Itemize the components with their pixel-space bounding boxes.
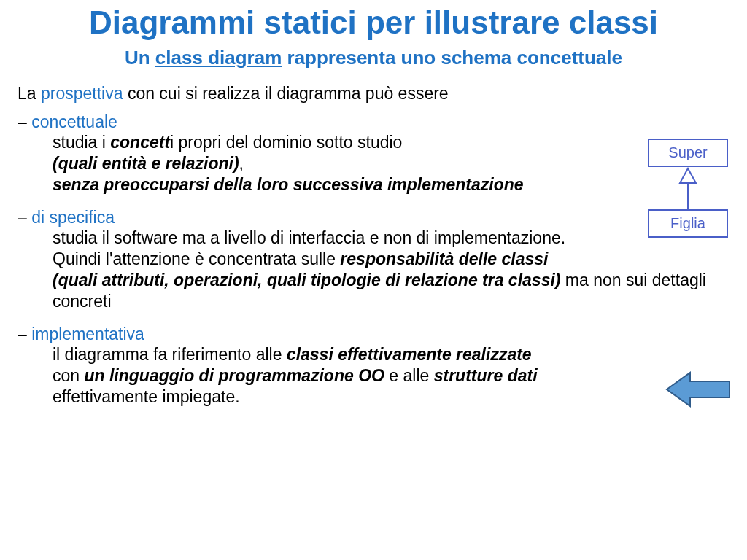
text: il diagramma fa riferimento alle (53, 345, 287, 364)
text-emph: classi effettivamente realizzate (287, 345, 532, 364)
intro-text: La prospettiva con cui si realizza il di… (18, 84, 732, 104)
section-specifica: – di specifica studia il software ma a l… (18, 208, 732, 311)
section-head: – di specifica (18, 208, 732, 228)
class-diagram-link[interactable]: class diagram (155, 47, 282, 69)
slide-subtitle: Un class diagram rappresenta uno schema … (15, 47, 732, 69)
text: Quindi l'attenzione è concentrata sulle (53, 249, 340, 268)
slide-title: Diagrammi statici per illustrare classi (15, 4, 732, 41)
subtitle-pre: Un (125, 47, 155, 69)
section-body: il diagramma fa riferimento alle classi … (53, 344, 651, 407)
section-name: concettuale (31, 112, 117, 131)
section-implementativa: – implementativa il diagramma fa riferim… (18, 324, 732, 407)
section-body: studia il software ma a livello di inter… (53, 228, 732, 311)
comma: , (239, 154, 244, 173)
intro-keyword: prospettiva (41, 84, 123, 103)
intro-pre: La (18, 84, 41, 103)
uml-line (687, 183, 689, 209)
section-concettuale: – concettuale studia i concetti propri d… (18, 112, 732, 195)
uml-class-figlia: Figlia (648, 209, 728, 238)
section-name: implementativa (31, 324, 144, 343)
dash: – (18, 112, 31, 131)
text-emph: un linguaggio di programmazione OO (84, 366, 384, 385)
left-arrow-icon (665, 370, 731, 409)
intro-post: con cui si realizza il diagramma può ess… (123, 84, 449, 103)
text-emph: senza preoccuparsi della loro successiva… (53, 175, 524, 194)
text: effettivamente impiegate. (53, 387, 240, 406)
text: i propri del dominio sotto studio (170, 133, 402, 152)
slide-content: Diagrammi statici per illustrare classi … (0, 0, 747, 435)
dash: – (18, 324, 31, 343)
svg-marker-0 (680, 168, 696, 183)
uml-inheritance-icon (678, 167, 697, 184)
uml-inheritance-connector (648, 167, 728, 209)
dash: – (18, 208, 31, 227)
uml-class-super: Super (648, 139, 728, 167)
text-emph: strutture dati (434, 366, 538, 385)
text: studia il software ma a livello di inter… (53, 228, 565, 247)
text: con (53, 366, 84, 385)
uml-diagram: Super Figlia (648, 139, 728, 238)
text-emph: responsabilità delle classi (340, 249, 548, 268)
text: studia i (53, 133, 110, 152)
svg-marker-1 (667, 373, 729, 406)
subtitle-post: rappresenta uno schema concettuale (282, 47, 622, 69)
text-emph: (quali attributi, operazioni, quali tipo… (53, 271, 560, 289)
text-emph: (quali entità e relazioni) (53, 154, 239, 173)
text-emph: concett (110, 133, 170, 152)
text: e alle (384, 366, 434, 385)
section-body: studia i concetti propri del dominio sot… (53, 132, 651, 195)
section-head: – concettuale (18, 112, 732, 132)
section-name: di specifica (31, 208, 115, 227)
section-head: – implementativa (18, 324, 732, 344)
